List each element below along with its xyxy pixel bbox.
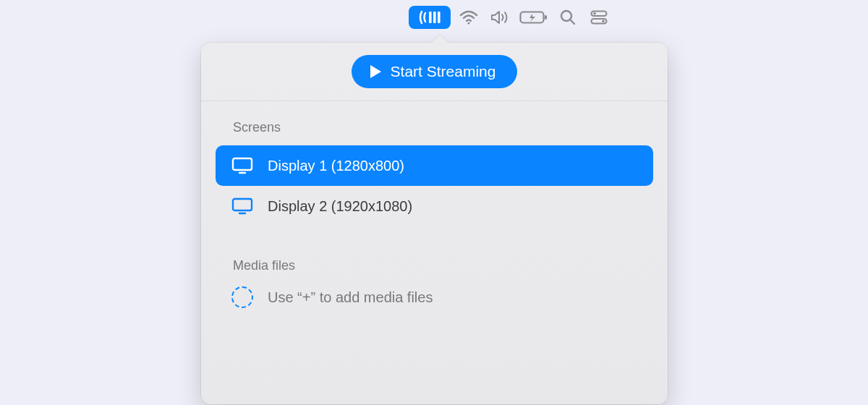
screens-section-label: Screens — [233, 120, 650, 135]
display-icon — [231, 157, 253, 174]
screen-option-label: Display 2 (1920x1080) — [268, 198, 412, 215]
control-center-icon — [590, 10, 608, 25]
wifi-icon — [459, 9, 478, 25]
screen-option-label: Display 1 (1280x800) — [268, 158, 404, 174]
svg-rect-12 — [233, 158, 252, 170]
popover-body: Screens Display 1 (1280x800) Display 2 (… — [201, 101, 668, 311]
svg-point-3 — [467, 22, 469, 24]
svg-rect-0 — [429, 12, 432, 23]
wifi-menubar-icon[interactable] — [456, 7, 482, 28]
popover-header: Start Streaming — [201, 43, 668, 101]
svg-rect-1 — [433, 12, 436, 23]
start-streaming-label: Start Streaming — [391, 63, 496, 80]
battery-menubar-icon[interactable] — [518, 7, 550, 28]
control-center-menubar-icon[interactable] — [586, 7, 612, 28]
streaming-menubar-icon[interactable] — [409, 6, 451, 29]
svg-rect-14 — [233, 199, 252, 210]
svg-point-9 — [593, 12, 596, 15]
display-icon — [231, 197, 253, 215]
menubar — [0, 6, 868, 29]
streaming-icon — [417, 9, 442, 25]
svg-line-7 — [571, 20, 575, 25]
media-placeholder-text: Use “+” to add media files — [268, 289, 433, 306]
add-media-placeholder-icon[interactable] — [231, 286, 253, 308]
screen-option-1[interactable]: Display 1 (1280x800) — [216, 145, 653, 186]
svg-point-11 — [602, 20, 605, 22]
start-streaming-button[interactable]: Start Streaming — [352, 55, 518, 88]
svg-rect-5 — [545, 15, 547, 20]
search-icon — [560, 9, 576, 25]
media-section-label: Media files — [233, 258, 650, 273]
popover-arrow — [431, 35, 448, 43]
popover-panel: Start Streaming Screens Display 1 (1280x… — [201, 43, 668, 404]
battery-charging-icon — [519, 10, 548, 25]
search-menubar-icon[interactable] — [555, 7, 581, 28]
media-placeholder-row: Use “+” to add media files — [216, 284, 653, 311]
volume-icon — [490, 9, 510, 25]
play-icon — [369, 64, 382, 79]
screen-option-2[interactable]: Display 2 (1920x1080) — [216, 186, 653, 226]
svg-rect-2 — [438, 12, 441, 23]
volume-menubar-icon[interactable] — [487, 7, 513, 28]
streaming-popover: Start Streaming Screens Display 1 (1280x… — [201, 35, 668, 404]
